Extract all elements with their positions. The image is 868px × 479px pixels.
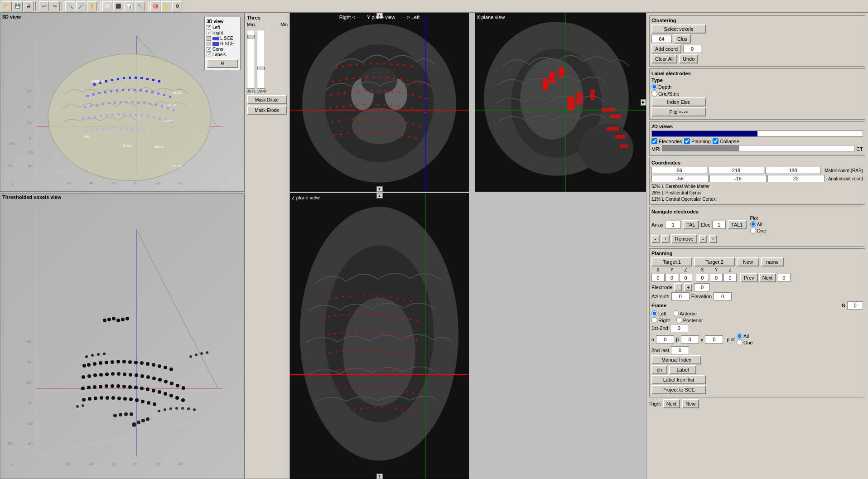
flip-btn[interactable]: Flip <--> (651, 107, 706, 116)
array-input[interactable] (665, 221, 681, 229)
legend-check-right[interactable]: ✓ (207, 31, 211, 35)
clear-all-btn[interactable]: Clear All (651, 54, 677, 63)
all-radio-label[interactable]: All (750, 221, 767, 227)
z-plane-scroll-up[interactable]: ▲ (376, 193, 383, 198)
nav-plus2-btn[interactable]: + (709, 235, 717, 243)
label-btn[interactable]: Label (669, 365, 696, 374)
legend-check-left[interactable]: ✓ (207, 25, 211, 30)
target2-btn[interactable]: Target 2 (694, 257, 735, 266)
add-coord-input[interactable] (683, 45, 701, 53)
mask-dilate-btn[interactable]: Mask Dilate (247, 95, 287, 104)
depth-radio[interactable] (651, 84, 657, 90)
undo-btn[interactable]: Undo (679, 54, 698, 63)
n-input[interactable] (847, 301, 863, 310)
t2-x[interactable] (696, 274, 709, 282)
thresh-min-thumb[interactable] (257, 67, 265, 70)
y-plane-scroll-down[interactable]: ▼ (376, 186, 383, 192)
add-coord-btn[interactable]: Add coord (651, 44, 681, 53)
collapse-check-label[interactable]: Collapse (713, 138, 739, 144)
elec-plus-btn[interactable]: + (684, 283, 692, 291)
t1-x[interactable] (651, 274, 665, 282)
electrodes-check-label[interactable]: Electrodes (651, 138, 682, 144)
x-plane-scroll-right[interactable]: ▶ (641, 99, 646, 106)
mask-erode-btn[interactable]: Mask Erode (247, 106, 287, 115)
manual-index-btn[interactable]: Manual Index (651, 355, 701, 364)
select-voxels-btn[interactable]: Select voxels (651, 24, 706, 34)
toolbar-btn-10[interactable]: ⬛ (113, 1, 123, 11)
r-button[interactable]: R (207, 59, 238, 68)
prev-btn[interactable]: Prev (740, 273, 758, 282)
index-elec-btn[interactable]: Index Elec (651, 97, 706, 106)
legend-item-labels[interactable]: ✓ Labels (207, 52, 238, 57)
thresh-max-slider[interactable] (247, 30, 255, 89)
toolbar-btn-6[interactable]: 🔍 (65, 1, 75, 11)
grid-strip-radio[interactable] (651, 91, 657, 97)
project-to-sce-btn[interactable]: Project to SCE (651, 385, 706, 394)
plot-all-label[interactable]: All (737, 333, 753, 339)
one-radio-label[interactable]: One (750, 227, 767, 233)
grid-strip-radio-label[interactable]: Grid/Strip (651, 91, 679, 97)
beta-input[interactable] (681, 335, 699, 344)
toolbar-btn-13[interactable]: 🎯 (150, 1, 160, 11)
planning-check-label[interactable]: Planning (684, 138, 711, 144)
toolbar-btn-1[interactable]: 📂 (2, 1, 12, 11)
depth-radio-label[interactable]: Depth (651, 84, 671, 90)
label-from-list-btn[interactable]: Label from list (651, 375, 706, 384)
elec-input[interactable] (712, 221, 726, 229)
first-second-input[interactable] (670, 324, 688, 332)
clus-btn[interactable]: Clus (674, 34, 691, 44)
thresh-max-thumb[interactable] (247, 35, 255, 39)
elevation-input[interactable] (714, 292, 732, 300)
nav-all-radio[interactable] (750, 221, 756, 227)
frame-right-label[interactable]: Right (651, 317, 670, 323)
legend-item-left[interactable]: ✓ Left (207, 25, 238, 30)
legend-item-lsce[interactable]: L SCE (207, 36, 238, 41)
tal-btn[interactable]: TAL (683, 220, 699, 229)
toolbar-btn-14[interactable]: 📐 (161, 1, 171, 11)
legend-check-labels[interactable]: ✓ (207, 53, 211, 57)
t2-y[interactable] (710, 274, 723, 282)
t1-z[interactable] (679, 274, 692, 282)
thresh-min-slider[interactable] (257, 30, 265, 89)
toolbar-btn-9[interactable]: ⬜ (102, 1, 112, 11)
frame-left-label[interactable]: Left (651, 310, 666, 316)
frame-right-radio[interactable] (651, 317, 657, 323)
electrodes-checkbox[interactable] (651, 138, 657, 144)
prev-next-val[interactable] (777, 274, 791, 282)
frame-anterior-label[interactable]: Anterior (673, 310, 697, 316)
name-btn[interactable]: name (761, 257, 784, 266)
t2-z[interactable] (723, 274, 737, 282)
alpha-input[interactable] (656, 335, 674, 344)
nav-plus-btn[interactable]: + (661, 235, 670, 243)
toolbar-btn-3[interactable]: 🖨 (24, 1, 34, 11)
next-btn[interactable]: Next (759, 273, 776, 282)
t1-y[interactable] (665, 274, 679, 282)
target1-btn[interactable]: Target 1 (651, 257, 692, 266)
frame-posterior-label[interactable]: Posterior (676, 317, 703, 323)
toolbar-btn-8[interactable]: ✋ (87, 1, 97, 11)
legend-item-right[interactable]: ✓ Right (207, 30, 238, 35)
cluster-size-input[interactable] (651, 35, 672, 43)
toolbar-btn-15[interactable]: ⚙ (172, 1, 182, 11)
ch-btn[interactable]: ch (651, 365, 667, 374)
frame-posterior-radio[interactable] (676, 317, 682, 323)
legend-item-rsce[interactable]: R SCE (207, 41, 238, 46)
new-btn[interactable]: New (737, 257, 759, 266)
frame-left-radio[interactable] (651, 310, 657, 316)
toolbar-btn-7[interactable]: 🔎 (76, 1, 86, 11)
azimuth-input[interactable] (671, 292, 690, 300)
nav-minus2-btn[interactable]: - (699, 235, 707, 243)
z-plane-scroll-down[interactable]: ▼ (376, 474, 383, 479)
remove-btn[interactable]: Remove (671, 234, 697, 243)
bottom-next-btn[interactable]: Next (663, 399, 680, 408)
toolbar-btn-4[interactable]: ↩ (39, 1, 49, 11)
frame-anterior-radio[interactable] (673, 310, 679, 316)
legend-check-rsce[interactable] (207, 42, 211, 46)
nav-one-radio[interactable] (750, 227, 756, 233)
gamma-input[interactable] (705, 335, 723, 344)
legend-item-conn[interactable]: ✓ Conn (207, 47, 238, 52)
electrode-val-input[interactable] (694, 283, 710, 291)
mri-slider[interactable] (662, 145, 854, 151)
planning-checkbox[interactable] (684, 138, 690, 144)
toolbar-btn-5[interactable]: ↪ (50, 1, 60, 11)
